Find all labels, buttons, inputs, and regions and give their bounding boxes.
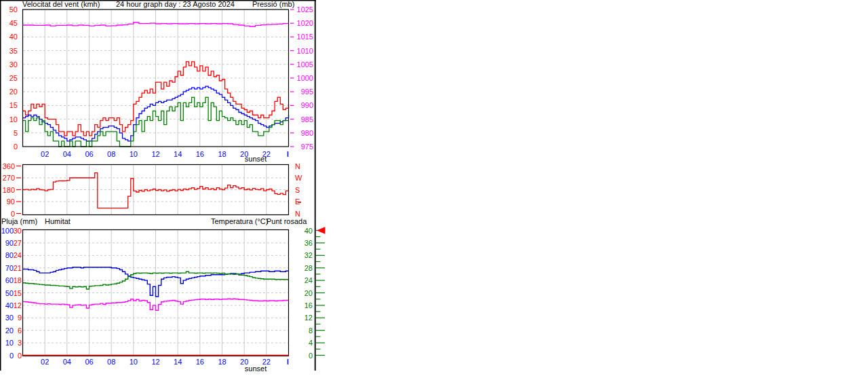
svg-text:28: 28 xyxy=(304,264,313,272)
svg-text:18: 18 xyxy=(14,276,22,284)
svg-text:3: 3 xyxy=(18,339,22,347)
svg-text:14: 14 xyxy=(174,358,182,366)
svg-text:1015: 1015 xyxy=(297,33,313,41)
svg-text:27: 27 xyxy=(14,239,22,247)
svg-text:24: 24 xyxy=(304,276,313,284)
svg-text:90: 90 xyxy=(5,239,14,247)
svg-text:40: 40 xyxy=(9,33,18,41)
window-frame xyxy=(0,0,316,371)
svg-text:20: 20 xyxy=(5,326,14,335)
svg-text:W: W xyxy=(295,174,302,182)
svg-text:10: 10 xyxy=(130,150,138,158)
svg-text:1020: 1020 xyxy=(297,19,313,27)
svg-text:70: 70 xyxy=(5,264,14,272)
weather-graph-window: 0510152025303540455097598098599099510001… xyxy=(0,0,868,376)
svg-text:N: N xyxy=(295,210,300,218)
dewpoint-axis-title: Punt rosada xyxy=(267,217,307,225)
svg-text:12: 12 xyxy=(151,358,159,366)
rain-axis-title: Pluja (mm) xyxy=(1,217,37,225)
svg-text:975: 975 xyxy=(301,143,313,151)
svg-text:02: 02 xyxy=(41,150,49,158)
svg-text:0: 0 xyxy=(309,352,313,360)
temperature-axis-title: Temperatura (°C) xyxy=(211,217,268,225)
svg-text:16: 16 xyxy=(304,301,313,309)
svg-text:0: 0 xyxy=(18,352,22,360)
svg-text:0: 0 xyxy=(14,143,18,151)
svg-text:10: 10 xyxy=(5,339,14,347)
svg-text:10: 10 xyxy=(130,358,138,366)
svg-text:12: 12 xyxy=(14,301,22,309)
sunset-label-bottom: sunset xyxy=(238,364,273,373)
svg-text:36: 36 xyxy=(304,239,313,247)
svg-text:6: 6 xyxy=(18,326,22,335)
humidity-temperature-chart: 1003090278024702160185015401230920610300… xyxy=(1,227,326,366)
wind-speed-pressure-chart: 0510152025303540455097598098599099510001… xyxy=(9,5,313,158)
svg-text:04: 04 xyxy=(63,150,71,158)
svg-text:180: 180 xyxy=(3,186,15,194)
svg-text:990: 990 xyxy=(301,101,313,109)
svg-text:1025: 1025 xyxy=(297,5,313,14)
svg-text:16: 16 xyxy=(196,358,204,366)
pressure-axis-title: Pressió (mb) xyxy=(252,0,294,8)
charts-canvas: 0510152025303540455097598098599099510001… xyxy=(0,0,330,376)
svg-text:16: 16 xyxy=(196,150,204,158)
svg-text:15: 15 xyxy=(9,101,18,109)
svg-text:60: 60 xyxy=(5,276,14,284)
svg-text:12: 12 xyxy=(151,150,159,158)
svg-text:12: 12 xyxy=(304,314,313,322)
svg-text:40: 40 xyxy=(304,227,313,235)
svg-text:80: 80 xyxy=(5,251,14,259)
svg-text:8: 8 xyxy=(309,326,313,335)
direction-right-axis-labels: NWSEN xyxy=(295,162,302,218)
wind-direction-chart: 090180270360NWSEN xyxy=(3,162,302,218)
svg-text:90: 90 xyxy=(7,198,15,206)
svg-text:995: 995 xyxy=(301,88,313,96)
svg-text:270: 270 xyxy=(3,174,15,182)
svg-text:24: 24 xyxy=(14,251,22,259)
svg-text:5: 5 xyxy=(14,129,18,137)
direction-left-axis-labels: 090180270360 xyxy=(3,162,21,218)
svg-text:02: 02 xyxy=(41,358,49,366)
svg-text:35: 35 xyxy=(9,47,18,55)
svg-text:15: 15 xyxy=(14,289,22,297)
svg-text:20: 20 xyxy=(304,289,313,297)
svg-text:40: 40 xyxy=(5,301,14,309)
svg-text:32: 32 xyxy=(304,251,313,259)
svg-text:45: 45 xyxy=(9,19,18,27)
humidity-rain-left-axis-labels: 1003090278024702160185015401230920610300 xyxy=(1,227,22,360)
sunset-label-top: sunset xyxy=(238,155,273,163)
svg-text:25: 25 xyxy=(9,74,18,82)
svg-text:0: 0 xyxy=(9,352,14,360)
svg-text:30: 30 xyxy=(9,60,18,69)
svg-text:100: 100 xyxy=(1,227,14,235)
svg-text:50: 50 xyxy=(5,289,14,297)
scale-arrow-icon xyxy=(317,227,326,233)
svg-text:E: E xyxy=(295,198,300,206)
wind-left-axis-labels: 05101520253035404550 xyxy=(9,5,18,151)
svg-text:30: 30 xyxy=(5,314,14,322)
svg-text:06: 06 xyxy=(85,150,93,158)
svg-text:1010: 1010 xyxy=(297,47,313,55)
svg-text:20: 20 xyxy=(9,88,18,96)
svg-text:N: N xyxy=(295,162,300,170)
svg-text:08: 08 xyxy=(107,358,115,366)
svg-text:21: 21 xyxy=(14,264,22,272)
pressure-right-axis-labels: 975980985990995100010051010101510201025 xyxy=(290,5,313,151)
svg-text:18: 18 xyxy=(218,358,226,366)
graph-title: 24 hour graph day : 23 Agosto 2024 xyxy=(116,0,235,8)
svg-text:14: 14 xyxy=(174,150,182,158)
humidity-axis-title: Humitat xyxy=(45,217,71,225)
svg-text:30: 30 xyxy=(14,227,22,235)
svg-text:06: 06 xyxy=(85,358,93,366)
svg-text:1000: 1000 xyxy=(297,74,313,82)
svg-text:18: 18 xyxy=(218,150,226,158)
svg-text:50: 50 xyxy=(9,5,18,14)
svg-text:S: S xyxy=(295,186,300,194)
svg-text:9: 9 xyxy=(18,314,22,322)
svg-text:1005: 1005 xyxy=(297,60,313,69)
svg-text:08: 08 xyxy=(107,150,115,158)
svg-text:980: 980 xyxy=(301,129,313,137)
wind-axis-title: Velocitat del vent (kmh) xyxy=(22,0,100,8)
svg-text:0: 0 xyxy=(11,210,15,218)
svg-text:04: 04 xyxy=(63,358,71,366)
